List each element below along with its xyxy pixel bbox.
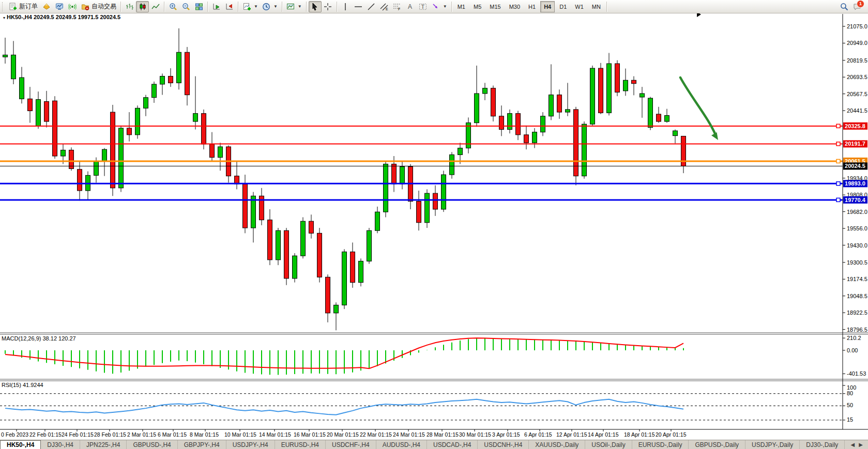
candle-down bbox=[127, 128, 132, 135]
chart-tab-usdchf-h4[interactable]: USDCHF-,H4 bbox=[326, 440, 376, 449]
cursor-icon bbox=[311, 2, 319, 11]
chart-tab-audusd-h4[interactable]: AUDUSD-,H4 bbox=[376, 440, 427, 449]
timeframe-d1-button[interactable]: D1 bbox=[556, 1, 570, 12]
cursor-tool-button[interactable] bbox=[309, 1, 322, 12]
signals-button[interactable] bbox=[66, 1, 79, 12]
macd-indicator-label: MACD(12,26,9) 38.12 120.27 bbox=[2, 335, 76, 342]
arrows-tool-button[interactable]: ▼ bbox=[430, 1, 449, 12]
timeframe-m30-button[interactable]: M30 bbox=[506, 1, 524, 12]
autotrading-button[interactable]: 自动交易 bbox=[79, 1, 118, 12]
tabs-scroll-left-icon[interactable]: ◀ bbox=[851, 442, 855, 447]
toolbar-drag-handle[interactable] bbox=[2, 2, 5, 11]
templates-button[interactable]: ▼ bbox=[284, 1, 304, 12]
market-watch-button[interactable] bbox=[40, 1, 53, 12]
chart-shift-button[interactable] bbox=[223, 1, 236, 12]
hline-handle[interactable] bbox=[836, 124, 840, 128]
timeframe-h1-button[interactable]: H1 bbox=[525, 1, 539, 12]
timeframe-m15-button[interactable]: M15 bbox=[486, 1, 504, 12]
chart-tab-gbpusd-h4[interactable]: GBPUSD-,H4 bbox=[127, 440, 177, 449]
notification-badge: 1 bbox=[857, 0, 864, 8]
trend-arrow[interactable] bbox=[680, 78, 716, 136]
tile-windows-button[interactable] bbox=[192, 1, 205, 12]
crosshair-icon bbox=[324, 2, 332, 11]
candle-down bbox=[524, 135, 529, 143]
candlestick-chart-button[interactable] bbox=[136, 1, 149, 12]
svg-text:F: F bbox=[398, 7, 400, 11]
text-label-tool-button[interactable]: T bbox=[417, 1, 430, 12]
bar-chart-button[interactable] bbox=[123, 1, 136, 12]
tabs-scroll-right-icon[interactable]: ▶ bbox=[859, 442, 863, 447]
candle-up bbox=[144, 98, 148, 109]
fibonacci-tool-button[interactable]: F bbox=[391, 1, 404, 12]
vertical-line-tool-button[interactable] bbox=[339, 1, 352, 12]
hline-handle[interactable] bbox=[836, 159, 840, 163]
equidistant-channel-icon: E bbox=[380, 2, 389, 11]
chart-tab-usdcad-h4[interactable]: USDCAD-,H4 bbox=[427, 440, 478, 449]
mt4-terminal: { "window": {"notification_badge": "1"},… bbox=[0, 0, 868, 449]
text-tool-button[interactable]: A bbox=[404, 1, 417, 12]
chart-tab-usdcnh-h4[interactable]: USDCNH-,H4 bbox=[478, 440, 529, 449]
candle-up bbox=[508, 114, 512, 130]
candle-down bbox=[78, 169, 82, 191]
candle-down bbox=[632, 80, 636, 83]
price-tick-label: 21075.0 bbox=[847, 23, 867, 29]
signal-icon bbox=[68, 2, 77, 11]
chart-tab-jpn225-h4[interactable]: JPN225-,H4 bbox=[80, 440, 127, 449]
candle-up bbox=[359, 261, 363, 282]
line-chart-button[interactable] bbox=[149, 1, 162, 12]
zoom-in-button[interactable] bbox=[166, 1, 179, 12]
candle-up bbox=[640, 94, 645, 97]
hline-handle[interactable] bbox=[836, 182, 840, 185]
trendline-tool-button[interactable] bbox=[365, 1, 378, 12]
hline-handle[interactable] bbox=[836, 142, 840, 146]
zoom-out-button[interactable] bbox=[179, 1, 192, 12]
chart-tab-eurusd-daily[interactable]: EURUSD-,Daily bbox=[632, 440, 689, 449]
macd-tick-label: -401.53 bbox=[847, 370, 866, 377]
search-button[interactable] bbox=[837, 1, 850, 12]
chart-tab-xauusd-daily[interactable]: XAUUSD-,Daily bbox=[529, 440, 585, 449]
price-tick-label: 20441.5 bbox=[847, 107, 867, 114]
horizontal-line-tool-button[interactable] bbox=[352, 1, 365, 12]
crosshair-tool-button[interactable] bbox=[322, 1, 334, 12]
new-order-button[interactable]: 新订单 bbox=[6, 1, 40, 12]
autotrading-label: 自动交易 bbox=[92, 2, 116, 11]
indicators-button[interactable]: ▼ bbox=[240, 1, 260, 12]
text-a-icon: A bbox=[406, 2, 415, 11]
auto-scroll-button[interactable] bbox=[210, 1, 223, 12]
chart-tab-usdjpy-daily[interactable]: USDJPY-,Daily bbox=[745, 440, 800, 449]
candle-up bbox=[425, 193, 430, 223]
candle-up bbox=[665, 116, 669, 122]
candle-up bbox=[590, 68, 595, 124]
terminal-button[interactable] bbox=[53, 1, 66, 12]
timeframe-m5-button[interactable]: M5 bbox=[470, 1, 485, 12]
hline-handle[interactable] bbox=[836, 198, 840, 202]
candle-up bbox=[135, 108, 140, 134]
toolbar-separator bbox=[120, 2, 121, 12]
timeframe-m1-button[interactable]: M1 bbox=[454, 1, 469, 12]
candle-down bbox=[111, 112, 115, 188]
chart-tab-usoil-daily[interactable]: USOil-,Daily bbox=[585, 440, 632, 449]
periods-button[interactable]: ▼ bbox=[260, 1, 280, 12]
candle-down bbox=[326, 277, 330, 313]
new-order-icon bbox=[8, 2, 17, 11]
price-tick-label: 19430.0 bbox=[847, 242, 867, 249]
chart-tab-gbpjpy-h4[interactable]: GBPJPY-,H4 bbox=[178, 440, 226, 449]
channel-tool-button[interactable]: E bbox=[378, 1, 391, 12]
candle-down bbox=[351, 252, 355, 282]
svg-text:T: T bbox=[421, 4, 425, 10]
chart-canvas[interactable]: 21075.020949.020819.520693.520567.520441… bbox=[0, 0, 868, 440]
chart-tab-usdjpy-h4[interactable]: USDJPY-,H4 bbox=[226, 440, 275, 449]
time-axis[interactable] bbox=[0, 430, 868, 440]
chart-tab-eurusd-h4[interactable]: EURUSD-,H4 bbox=[275, 440, 326, 449]
candle-down bbox=[657, 114, 661, 121]
chart-tab-dj30-daily[interactable]: DJ30-,Daily bbox=[800, 440, 845, 449]
notifications-button[interactable]: 1 bbox=[850, 1, 863, 12]
chart-tab-gbpusd-daily[interactable]: GBPUSD-,Daily bbox=[689, 440, 745, 449]
chart-tab-hk50-h4[interactable]: HK50-,H4 bbox=[0, 440, 41, 449]
chart-tab-dj30-h4[interactable]: DJ30-,H4 bbox=[41, 440, 80, 449]
timeframe-mn-button[interactable]: MN bbox=[588, 1, 604, 12]
timeframe-w1-button[interactable]: W1 bbox=[571, 1, 587, 12]
collapse-triangle-icon[interactable]: ▾ bbox=[3, 16, 5, 20]
candle-up bbox=[11, 55, 16, 79]
timeframe-h4-button[interactable]: H4 bbox=[540, 1, 555, 12]
